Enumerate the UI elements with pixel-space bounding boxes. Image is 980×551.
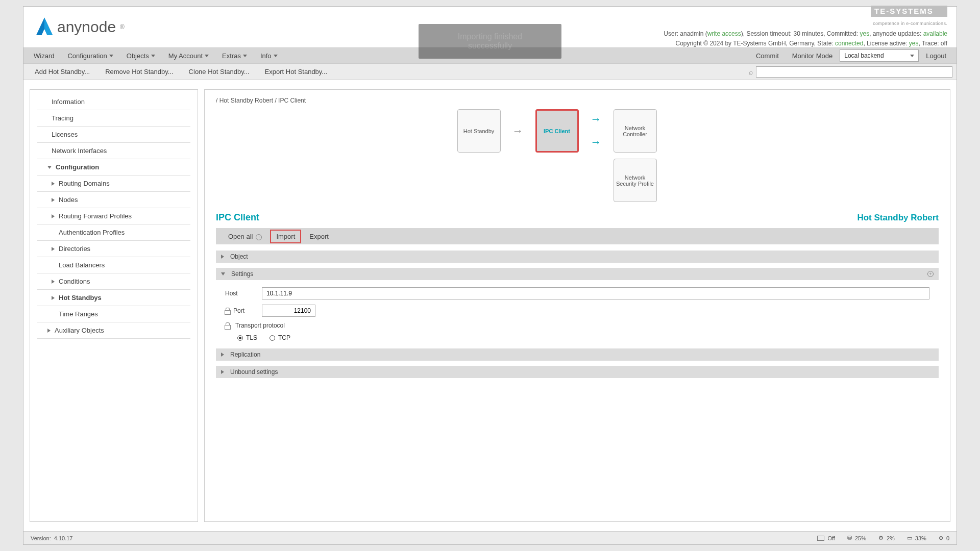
expand-icon [221,370,224,374]
page-title: IPC Client [216,212,259,223]
sidebar-item-auxiliary[interactable]: Auxiliary Objects [37,322,190,339]
add-hotstandby-button[interactable]: Add Hot Standby... [28,65,97,79]
backend-select[interactable]: Local backend [840,49,919,62]
collapse-icon [221,272,225,276]
sidebar-item-information[interactable]: Information [37,94,190,110]
conn-icon: ⊕ [939,535,943,541]
expand-icon [52,182,55,186]
section-settings[interactable]: Settings + [216,268,939,280]
sidebar-item-tracing[interactable]: Tracing [37,110,190,127]
toast-notification: Importing finished successfully [419,24,561,59]
action-bar: Open all+ Import Export [216,228,939,244]
diagram-ipc-client[interactable]: IPC Client [535,109,579,153]
menu-myaccount[interactable]: My Account [162,49,215,63]
expand-icon [52,214,55,218]
page-subtitle: Hot Standby Robert [857,213,939,223]
import-button[interactable]: Import [270,230,301,243]
sidebar-item-network[interactable]: Network Interfaces [37,143,190,159]
menu-configuration[interactable]: Configuration [61,49,119,63]
chevron-down-icon [109,55,113,57]
menu-info[interactable]: Info [254,49,284,63]
expand-icon [52,280,55,284]
logo: anynode ® [33,15,125,39]
port-input[interactable] [262,305,315,317]
radio-tcp[interactable]: TCP [270,334,290,341]
expand-icon [47,166,52,169]
menu-objects[interactable]: Objects [120,49,161,63]
header-info: TE-SYSTEMS competence in e-communication… [664,6,947,49]
status-conn: ⊕0 [939,535,949,541]
open-all-button[interactable]: Open all+ [222,231,268,242]
host-label: Host [225,290,257,297]
battery-icon [817,536,824,541]
breadcrumb: / Hot Standby Robert / IPC Client [216,97,939,104]
lock-icon [225,322,230,329]
export-button[interactable]: Export [303,231,335,242]
sidebar-item-conditions[interactable]: Conditions [37,273,190,290]
section-replication[interactable]: Replication [216,348,939,361]
sidebar-item-licenses[interactable]: Licenses [37,127,190,143]
logo-icon [33,15,56,39]
sidebar-item-nodes[interactable]: Nodes [37,192,190,208]
status-disk: ⛁25% [847,535,866,541]
chevron-down-icon [151,55,155,57]
sidebar-item-hotstandbys[interactable]: Hot Standbys [37,290,190,306]
sidebar-item-auth[interactable]: Authentication Profiles [37,224,190,241]
chevron-down-icon [910,55,914,57]
expand-icon [52,198,55,202]
chevron-down-icon [274,55,278,57]
chevron-down-icon [243,55,247,57]
lock-icon [225,308,230,314]
sidebar-item-timeranges[interactable]: Time Ranges [37,306,190,322]
menu-wizard[interactable]: Wizard [28,49,60,63]
expand-icon [52,247,55,251]
footer: Version: 4.10.17 Off ⛁25% ⚙2% ▭33% ⊕0 [23,531,957,544]
plus-icon: + [256,234,262,240]
expand-icon [221,353,224,357]
status-mem: ▭33% [907,535,926,541]
arrow-right-icon: → [591,113,602,126]
host-input[interactable] [262,287,929,299]
logout-button[interactable]: Logout [920,49,952,63]
version-value: 4.10.17 [54,535,73,541]
arrow-diagonal-icon: → [591,136,602,148]
status-cpu: ⚙2% [878,535,895,541]
diagram-netcontroller[interactable]: Network Controller [614,109,657,153]
plus-icon[interactable]: + [927,271,934,277]
export-hotstandby-button[interactable]: Export Hot Standby... [258,65,335,79]
tesystems-logo: TE-SYSTEMS competence in e-communication… [664,6,947,28]
sidebar-item-routing-domains[interactable]: Routing Domains [37,176,190,192]
monitor-mode-button[interactable]: Monitor Mode [786,49,839,63]
transport-label: Transport protocol [235,322,285,329]
disk-icon: ⛁ [847,535,852,541]
section-object[interactable]: Object [216,251,939,263]
expand-icon [47,329,51,333]
version-label: Version: [31,535,51,541]
search-input[interactable] [756,66,952,78]
commit-button[interactable]: Commit [750,49,785,63]
svg-text:TE-SYSTEMS: TE-SYSTEMS [874,7,934,15]
sidebar-item-directories[interactable]: Directories [37,241,190,257]
sidebar-item-configuration[interactable]: Configuration [37,159,190,176]
search-icon: ⌕ [749,68,753,76]
cpu-icon: ⚙ [878,535,884,541]
header: anynode ® Importing finished successfull… [23,7,957,47]
radio-tls[interactable]: TLS [237,334,257,341]
expand-icon [221,255,224,259]
diagram: Hot Standby → IPC Client → → Network Con… [216,109,939,202]
status-off: Off [817,535,835,541]
clone-hotstandby-button[interactable]: Clone Hot Standby... [182,65,257,79]
remove-hotstandby-button[interactable]: Remove Hot Standby... [98,65,180,79]
arrow-right-icon: → [512,124,524,138]
settings-form: Host Port Transport protocol TLS TCP [216,285,939,348]
sidebar-item-loadbalancers[interactable]: Load Balancers [37,257,190,273]
main-content: / Hot Standby Robert / IPC Client Hot St… [204,89,950,522]
diagram-hotstandby[interactable]: Hot Standby [457,109,501,153]
sidebar-item-routing-forward[interactable]: Routing Forward Profiles [37,208,190,224]
port-label: Port [233,307,244,314]
diagram-netsec[interactable]: Network Security Profile [614,159,657,202]
expand-icon [52,296,55,300]
menu-extras[interactable]: Extras [216,49,253,63]
section-unbound[interactable]: Unbound settings [216,366,939,378]
trademark-icon: ® [120,23,125,31]
